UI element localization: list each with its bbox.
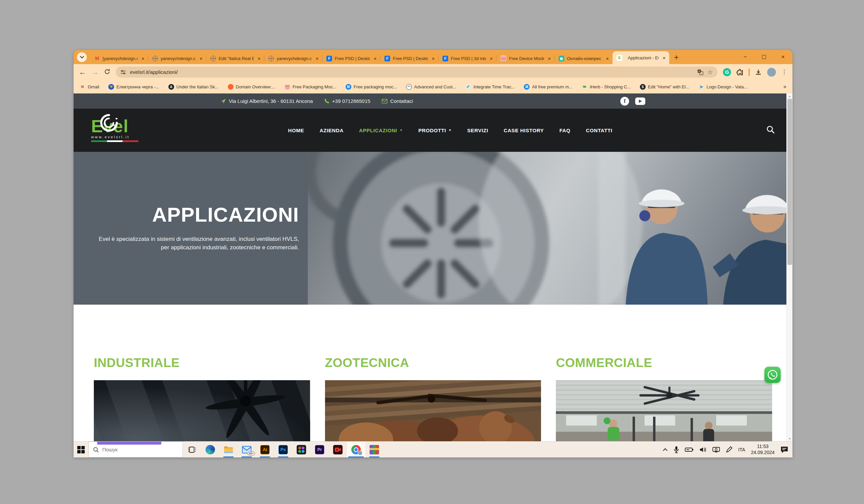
- tab-close-icon[interactable]: ×: [489, 56, 494, 61]
- url-text[interactable]: evelsrl.it/applicazioni/: [130, 69, 693, 75]
- nav-contatti[interactable]: CONTATTI: [586, 127, 612, 133]
- bookmark-free-packaging-2[interactable]: MFree packaging moc...: [346, 84, 397, 90]
- nav-case-history[interactable]: CASE HISTORY: [504, 127, 544, 133]
- tab-label: Applicazioni - Eve: [628, 55, 659, 60]
- address-bar[interactable]: evelsrl.it/applicazioni/ A ☆: [116, 66, 718, 77]
- chrome-taskbar-icon-active[interactable]: [347, 442, 365, 457]
- tab-close-icon[interactable]: ×: [605, 56, 610, 61]
- extensions-puzzle-icon[interactable]: [736, 69, 743, 76]
- pen-tray-icon[interactable]: [725, 446, 732, 453]
- tab-applicazioni-active[interactable]: E Applicazioni - Eve ×: [613, 51, 669, 64]
- action-center-button[interactable]: [780, 446, 789, 453]
- illustrator-taskbar-icon[interactable]: Ai: [256, 442, 274, 457]
- youtube-icon[interactable]: [635, 98, 645, 105]
- minimize-button[interactable]: −: [736, 50, 755, 64]
- phone-item[interactable]: +39 0712865015: [324, 98, 370, 104]
- maximize-button[interactable]: [755, 50, 773, 64]
- nav-faq[interactable]: FAQ: [559, 127, 571, 133]
- battery-tray-icon[interactable]: [685, 447, 694, 452]
- figma-taskbar-icon[interactable]: [292, 442, 311, 457]
- nav-home[interactable]: HOME: [288, 127, 304, 133]
- site-logo[interactable]: Evel www.evelsrl.it: [91, 119, 139, 142]
- close-window-button[interactable]: ×: [773, 50, 792, 64]
- running-indicator: [278, 456, 288, 457]
- zootecnica-image[interactable]: [325, 380, 541, 441]
- tab-gmail-yanevych[interactable]: M [yanevychdesign.c ×: [90, 53, 148, 64]
- tab-close-icon[interactable]: ×: [141, 56, 145, 61]
- tab-close-icon[interactable]: ×: [314, 56, 320, 61]
- scrollbar-thumb[interactable]: [788, 99, 792, 265]
- bookmarks-overflow-chevron[interactable]: »: [783, 84, 787, 90]
- downloads-button[interactable]: [755, 69, 762, 76]
- bookmark-advanced-cust[interactable]: ◠Advanced and Cust...: [406, 84, 456, 90]
- site-settings-icon[interactable]: [120, 70, 126, 75]
- nav-prodotti[interactable]: PRODOTTI▼: [418, 127, 452, 133]
- edge-taskbar-icon[interactable]: [201, 442, 219, 457]
- nav-applicazioni-active[interactable]: APPLICAZIONI▼: [359, 127, 403, 133]
- bookmark-star-icon[interactable]: ☆: [707, 69, 713, 76]
- taskbar-clock[interactable]: 11:53 24.09.2024: [751, 444, 775, 455]
- scroll-down-arrow[interactable]: ▼: [787, 436, 792, 441]
- tab-italica[interactable]: Edit "Italica Real E ×: [206, 53, 264, 64]
- winrar-taskbar-icon[interactable]: [365, 442, 383, 457]
- facebook-icon[interactable]: f: [620, 97, 629, 106]
- tab-close-icon[interactable]: ×: [547, 56, 552, 61]
- bookmark-gmail[interactable]: MGmail: [80, 84, 99, 90]
- tab-compressor[interactable]: ◉ Онлайн-компрес ×: [554, 53, 613, 64]
- tab-close-icon[interactable]: ×: [199, 56, 204, 61]
- bookmark-iherb[interactable]: ❧iHerb - Shopping C...: [581, 84, 631, 90]
- scroll-up-arrow[interactable]: ▲: [787, 94, 792, 99]
- hidden-icons-chevron[interactable]: [662, 448, 668, 451]
- tab-close-icon[interactable]: ×: [431, 56, 436, 61]
- hero-subtitle: Evel è specializzata in sistemi di venti…: [79, 235, 299, 252]
- commerciale-image[interactable]: [556, 380, 772, 441]
- bookmark-time-tracking[interactable]: ✔Integrate Time Trac...: [465, 84, 515, 90]
- profile-avatar[interactable]: [767, 68, 776, 77]
- file-explorer-taskbar-icon[interactable]: [219, 442, 238, 457]
- mail-taskbar-icon[interactable]: 99+: [238, 442, 256, 457]
- bird-icon: ➤: [698, 84, 704, 90]
- tab-search-button[interactable]: [77, 52, 87, 62]
- photoshop-taskbar-icon[interactable]: Ps: [274, 442, 292, 457]
- bookmark-edit-home[interactable]: SEdit "Home" with El...: [640, 84, 689, 90]
- forward-button[interactable]: →: [92, 69, 98, 76]
- display-cast-tray-icon[interactable]: [712, 447, 720, 453]
- tab-close-icon[interactable]: ×: [256, 56, 262, 61]
- tab-close-icon[interactable]: ×: [373, 56, 378, 61]
- bookmark-free-packaging-1[interactable]: Free Packaging Moc...: [285, 84, 336, 90]
- tab-freepsd-1[interactable]: F Free PSD | Deskto ×: [322, 53, 380, 64]
- taskbar-search-input[interactable]: [102, 447, 170, 452]
- browser-menu-kebab-icon[interactable]: ⋮: [781, 69, 787, 76]
- bookmark-premium-mockups[interactable]: MAll free premium m...: [524, 84, 573, 90]
- premiere-taskbar-icon[interactable]: Pr: [311, 442, 329, 457]
- microphone-tray-icon[interactable]: [674, 446, 679, 453]
- translate-icon[interactable]: A: [697, 69, 703, 75]
- bookmark-italian-sky[interactable]: AUnder the Italian Sk...: [168, 84, 219, 90]
- nav-servizi[interactable]: SERVIZI: [467, 127, 488, 133]
- site-search-button[interactable]: [766, 125, 775, 135]
- tab-device-mock[interactable]: Free Device Mock ×: [496, 53, 554, 64]
- reload-button[interactable]: [104, 69, 110, 76]
- window-controls: − ×: [736, 50, 792, 64]
- tab-yanevych-2[interactable]: yanevychdesign.c ×: [264, 53, 322, 64]
- tab-freepsd-2[interactable]: F Free PSD | Deskto ×: [380, 53, 439, 64]
- bookmark-domain-overview[interactable]: Domain Overview:...: [228, 84, 275, 90]
- page-scrollbar[interactable]: ▲ ▼: [787, 94, 792, 441]
- bookmark-logo-design[interactable]: ➤Logo Design - Vata...: [698, 84, 747, 90]
- new-tab-button[interactable]: +: [674, 53, 679, 61]
- nav-azienda[interactable]: AZIENDA: [320, 127, 344, 133]
- back-button[interactable]: ←: [79, 69, 86, 76]
- task-view-button[interactable]: [183, 442, 201, 457]
- grammarly-extension-icon[interactable]: G: [723, 68, 731, 76]
- whatsapp-float-button[interactable]: [765, 367, 781, 383]
- screen-recorder-taskbar-icon[interactable]: [329, 442, 347, 457]
- start-button[interactable]: [74, 442, 88, 457]
- tab-yanevych-1[interactable]: yanevychdesign.c ×: [148, 53, 206, 64]
- volume-tray-icon[interactable]: [699, 447, 707, 453]
- language-indicator[interactable]: ITA: [738, 447, 745, 452]
- bookmark-cherga[interactable]: ΨЕлектронна черга -...: [108, 84, 159, 90]
- tab-freepsd-3[interactable]: F Free PSD | 3d inte ×: [439, 53, 496, 64]
- tab-close-icon[interactable]: ×: [661, 55, 667, 61]
- contact-item[interactable]: Contattaci: [382, 98, 413, 104]
- industriale-image[interactable]: [94, 380, 310, 441]
